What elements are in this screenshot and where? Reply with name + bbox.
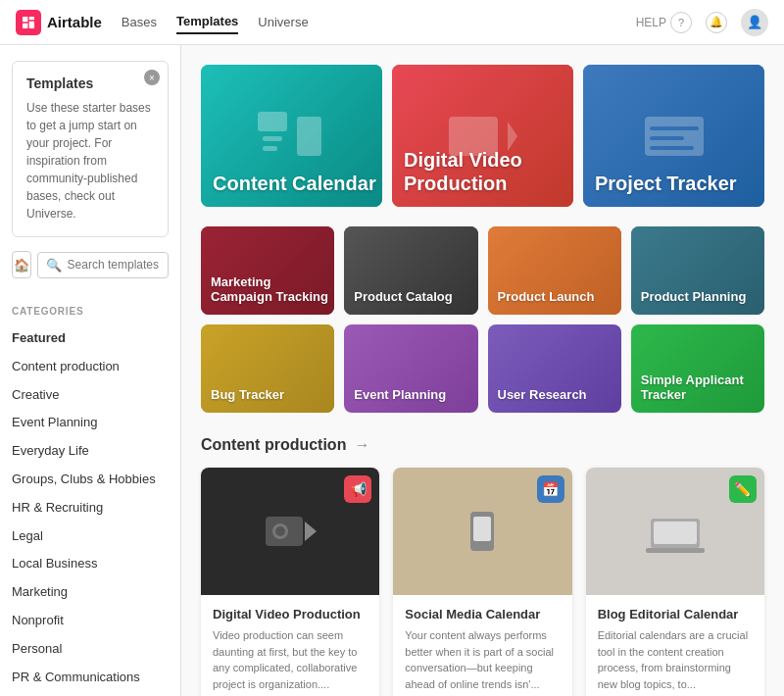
template-card-digital-video[interactable]: Digital Video Production (392, 65, 573, 207)
svg-rect-1 (29, 17, 34, 20)
sidebar-item-nonprofit[interactable]: Nonprofit (12, 607, 169, 635)
avatar-icon[interactable]: 👤 (741, 9, 768, 36)
social-media-badge: 📅 (537, 475, 564, 503)
svg-rect-4 (258, 112, 287, 131)
project-tracker-label: Project Tracker (595, 172, 737, 195)
featured-top-grid: Content Calendar Digital Video Productio… (201, 65, 764, 207)
sidebar-info-panel: × Templates Use these starter bases to g… (12, 61, 169, 237)
template-card-event-planning[interactable]: Event Planning (344, 324, 477, 413)
main-layout: × Templates Use these starter bases to g… (0, 45, 784, 696)
svg-rect-3 (29, 21, 34, 27)
template-card-applicant-tracker[interactable]: Simple Applicant Tracker (631, 324, 764, 413)
sidebar-item-pr[interactable]: PR & Communications (12, 664, 169, 692)
svg-rect-7 (263, 146, 277, 151)
blog-card-desc: Editorial calendars are a crucial tool i… (598, 627, 753, 692)
sidebar-item-legal[interactable]: Legal (12, 522, 169, 551)
social-media-card-title: Social Media Calendar (405, 607, 560, 621)
svg-rect-0 (23, 17, 27, 22)
digital-video-badge: 📢 (344, 475, 371, 503)
sidebar-item-hr[interactable]: HR & Recruiting (12, 494, 169, 522)
template-card-product-planning[interactable]: Product Planning (631, 226, 764, 315)
svg-marker-9 (508, 122, 517, 151)
logo[interactable]: Airtable (16, 10, 102, 35)
content-calendar-icon (253, 107, 331, 166)
blog-card-title: Blog Editorial Calendar (598, 607, 753, 621)
nav-universe[interactable]: Universe (258, 11, 308, 33)
bug-tracker-label: Bug Tracker (211, 387, 284, 403)
nav-templates[interactable]: Templates (176, 10, 238, 34)
template-card-user-research[interactable]: User Research (488, 324, 621, 413)
sidebar-item-marketing[interactable]: Marketing (12, 578, 169, 607)
sidebar-item-event-planning[interactable]: Event Planning (12, 409, 169, 437)
template-card-content-calendar[interactable]: Content Calendar (201, 65, 382, 207)
social-media-card-desc: Your content always performs better when… (405, 627, 560, 692)
template-card-product-launch[interactable]: Product Launch (488, 226, 621, 315)
content-card-blog[interactable]: ✏️ Blog Editorial Calendar Editorial cal… (586, 468, 764, 696)
featured-third-row: Bug Tracker Event Planning User Research… (201, 324, 764, 413)
sidebar-item-personal[interactable]: Personal (12, 635, 169, 664)
applicant-tracker-label: Simple Applicant Tracker (641, 373, 764, 403)
close-panel-button[interactable]: × (144, 70, 160, 85)
sidebar-item-groups[interactable]: Groups, Clubs & Hobbies (12, 466, 169, 494)
airtable-logo-svg (21, 15, 36, 30)
content-production-arrow[interactable]: → (354, 436, 369, 454)
social-media-thumb: 📅 (393, 468, 571, 595)
help-link[interactable]: HELP ? (636, 12, 692, 33)
topnav-right: HELP ? 🔔 👤 (636, 9, 768, 36)
content-production-title: Content production (201, 436, 346, 454)
blog-badge: ✏️ (729, 475, 757, 503)
svg-point-17 (275, 526, 285, 536)
sidebar-item-content-production[interactable]: Content production (12, 353, 169, 381)
digital-video-label: Digital Video Production (404, 148, 573, 195)
svg-rect-6 (297, 117, 321, 156)
sidebar-item-creative[interactable]: Creative (12, 381, 169, 410)
home-button[interactable]: 🏠 (12, 251, 31, 278)
svg-marker-15 (305, 522, 317, 541)
top-navigation: Airtable Bases Templates Universe HELP ?… (0, 0, 784, 45)
product-launch-label: Product Launch (498, 289, 595, 305)
project-tracker-icon (635, 107, 713, 166)
search-box[interactable]: 🔍 (37, 252, 169, 278)
content-card-digital-video[interactable]: 📢 Digital Video Production Video product… (201, 468, 379, 696)
user-research-label: User Research (498, 387, 587, 403)
svg-rect-13 (650, 146, 694, 150)
laptop-icon (646, 507, 705, 556)
content-calendar-label: Content Calendar (213, 172, 376, 195)
sidebar-item-product-design[interactable]: Product, design, and UX (12, 691, 169, 696)
svg-rect-5 (263, 136, 282, 141)
sidebar-item-featured[interactable]: Featured (12, 324, 169, 353)
digital-video-card-desc: Video production can seem daunting at fi… (213, 627, 368, 692)
marketing-label: Marketing Campaign Tracking (211, 274, 334, 305)
nav-bases[interactable]: Bases (122, 11, 157, 33)
help-icon[interactable]: ? (670, 12, 692, 33)
phone-icon (453, 507, 512, 556)
home-icon: 🏠 (14, 258, 29, 273)
template-card-marketing[interactable]: Marketing Campaign Tracking (201, 226, 334, 315)
svg-rect-22 (646, 548, 705, 553)
content-production-header: Content production → (201, 436, 764, 454)
svg-rect-12 (650, 136, 684, 140)
categories-label: CATEGORIES (12, 306, 169, 317)
social-media-body: Social Media Calendar Your content alway… (393, 595, 571, 696)
digital-video-body: Digital Video Production Video productio… (201, 595, 379, 696)
sidebar-item-everyday-life[interactable]: Everyday Life (12, 437, 169, 466)
svg-rect-2 (23, 23, 27, 27)
search-input[interactable] (68, 258, 160, 272)
search-icon: 🔍 (46, 258, 62, 273)
content-production-cards: 📢 Digital Video Production Video product… (201, 468, 764, 696)
template-card-product-catalog[interactable]: Product Catalog (344, 226, 477, 315)
template-card-bug-tracker[interactable]: Bug Tracker (201, 324, 334, 413)
logo-text: Airtable (47, 14, 102, 30)
svg-rect-11 (650, 126, 699, 130)
event-planning-label: Event Planning (354, 387, 446, 403)
panel-title: Templates (26, 75, 154, 91)
content-card-social-media[interactable]: 📅 Social Media Calendar Your content alw… (393, 468, 571, 696)
logo-icon (16, 10, 41, 35)
bell-icon[interactable]: 🔔 (706, 12, 727, 33)
sidebar-item-local-business[interactable]: Local Business (12, 550, 169, 578)
template-card-project-tracker[interactable]: Project Tracker (583, 65, 764, 207)
main-content: Content Calendar Digital Video Productio… (181, 45, 784, 696)
blog-body: Blog Editorial Calendar Editorial calend… (586, 595, 764, 696)
search-row: 🏠 🔍 (12, 251, 169, 292)
digital-video-card-title: Digital Video Production (213, 607, 368, 621)
